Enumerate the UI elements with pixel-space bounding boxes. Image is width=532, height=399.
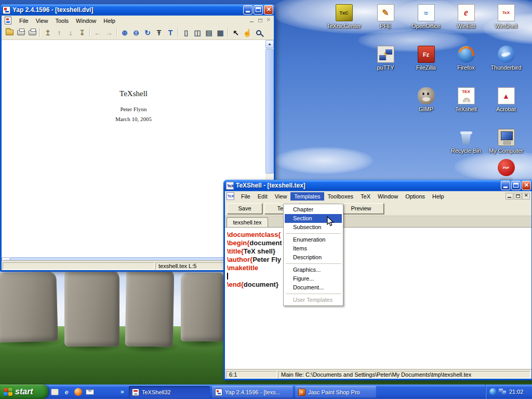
show-desktop-icon[interactable] <box>51 389 59 395</box>
open-icon[interactable] <box>4 27 15 38</box>
text-ruler-icon[interactable]: Ŧ <box>153 27 165 38</box>
templates-item-graphics[interactable]: Graphics... <box>285 265 342 274</box>
yap-mdi-buttons <box>247 17 272 24</box>
yap-titlebar[interactable]: Yap 2.4.1596 - [texshell.dvi] <box>0 4 275 16</box>
texshell-close-button[interactable] <box>522 181 531 190</box>
desktop-icon-my-computer[interactable]: My Computer <box>486 129 526 154</box>
yap-menu-tools[interactable]: Tools <box>51 17 72 25</box>
desktop-icon-openoffice[interactable]: ≈OpenOffice <box>406 4 446 29</box>
yap-menu-window[interactable]: Window <box>72 17 100 25</box>
single-page-icon[interactable]: ▯ <box>180 27 192 38</box>
texshell-minimize-button[interactable] <box>501 181 510 190</box>
taskbar-button-jasc-paint-shop-pro[interactable]: Jasc Paint Shop Pro <box>295 386 376 398</box>
magnifier-tool-icon-glyph <box>256 30 261 35</box>
desktop-icon-winedt[interactable]: eWinEdt <box>446 4 486 29</box>
texshell-menu-window[interactable]: Window <box>374 192 402 201</box>
zoom-in-icon[interactable]: ⊕ <box>119 27 130 38</box>
texshell-menu-help[interactable]: Help <box>429 192 448 201</box>
mdi-minimize-button[interactable] <box>506 193 513 200</box>
desktop-icon-thunderbird[interactable]: Thunderbird <box>486 46 526 71</box>
yap-close-button[interactable] <box>264 5 273 15</box>
text-mode-icon[interactable]: T <box>165 27 176 38</box>
continuous-facing-icon[interactable]: ▦ <box>215 27 226 38</box>
quick-launch-overflow-chevron[interactable]: » <box>121 388 124 395</box>
magnifier-tool-icon[interactable] <box>253 27 264 38</box>
desktop-icon-filezilla[interactable]: FzFileZilla <box>406 46 446 71</box>
templates-item-description[interactable]: Description <box>285 253 342 262</box>
templates-item-items[interactable]: Items <box>285 244 342 253</box>
texshell-menu-view[interactable]: View <box>271 192 291 201</box>
texshell-menu-templates[interactable]: Templates <box>290 192 324 201</box>
minimize-icon <box>503 187 508 188</box>
tab-texshell-tex[interactable]: texshell.tex <box>227 217 268 227</box>
yap-maximize-button[interactable] <box>254 5 263 15</box>
forward-icon[interactable]: → <box>103 27 115 38</box>
yap-minimize-button[interactable] <box>243 5 252 15</box>
templates-item-document[interactable]: Document... <box>285 283 342 292</box>
desktop-icon-recycle-bin[interactable]: Recycle Bin <box>446 129 486 154</box>
templates-item-enumeration[interactable]: Enumeration <box>285 235 342 244</box>
hand-tool-icon[interactable]: ☝ <box>242 27 253 38</box>
texshell-menu-file[interactable]: File <box>237 192 254 201</box>
select-tool-icon[interactable]: ↖ <box>230 27 242 38</box>
mdi-minimize-button[interactable] <box>248 17 256 24</box>
print-setup-icon-glyph <box>29 30 36 35</box>
texshell-menu-edit[interactable]: Edit <box>254 192 271 201</box>
first-page-icon[interactable]: ↥ <box>42 27 54 38</box>
cursor-position-panel: 6:1 <box>226 371 277 378</box>
next-page-icon[interactable]: ↓ <box>65 27 76 38</box>
templates-item-chapter[interactable]: Chapter <box>285 205 342 214</box>
desktop-icon-acrobat[interactable]: ▲Acrobat <box>486 87 526 112</box>
continuous-icon[interactable]: ▤ <box>203 27 215 38</box>
print-setup-icon[interactable] <box>26 27 38 38</box>
texshell-maximize-button[interactable] <box>511 181 521 190</box>
desktop-icon-pfe[interactable]: ✎PFE <box>366 4 405 29</box>
texshell-mdi-buttons <box>505 193 530 200</box>
yap-menu-view[interactable]: View <box>32 17 52 25</box>
taskbar-clock[interactable]: 21:02 <box>509 389 524 395</box>
network-icon[interactable] <box>499 389 507 395</box>
back-icon[interactable]: ← <box>92 27 103 38</box>
desktop-icon-label: puTTY <box>366 64 405 71</box>
templates-item-figure[interactable]: Figure... <box>285 274 342 283</box>
cloud <box>274 147 373 174</box>
scroll-up-button[interactable] <box>265 40 274 48</box>
desktop-icon-texniccenter[interactable]: TxCTeXnicCenter <box>324 4 364 29</box>
texshell-menu-toolboxes[interactable]: Toolboxes <box>324 192 357 201</box>
taskbar-button-texshell32[interactable]: TeXShell32 <box>129 386 210 398</box>
desktop-icon-putty[interactable]: ϟpuTTY <box>366 46 405 71</box>
update-icon[interactable] <box>489 388 497 395</box>
firefox-icon[interactable] <box>74 388 82 396</box>
zoom-out-icon[interactable]: ⊖ <box>130 27 142 38</box>
start-button[interactable]: start <box>0 384 48 399</box>
yap-menu-file[interactable]: File <box>16 17 32 25</box>
stonehenge-stone <box>181 273 224 341</box>
internet-explorer-icon[interactable]: e <box>62 388 71 396</box>
texshell-titlebar[interactable]: TeXShell - [texshell.tex] <box>223 180 532 191</box>
task-button-label: TeXShell32 <box>142 389 171 395</box>
taskbar-button-yap-2-4-1596-texs[interactable]: Yap 2.4.1596 - [texs... <box>212 386 293 398</box>
mdi-close-button[interactable] <box>264 17 272 24</box>
preview-button[interactable]: Preview <box>338 203 384 214</box>
desktop-icon-firefox[interactable]: Firefox <box>446 46 486 71</box>
mdi-restore-button[interactable] <box>514 193 522 200</box>
save-button[interactable]: Save <box>227 203 262 214</box>
mdi-close-button[interactable] <box>522 193 530 200</box>
last-page-icon[interactable]: ↧ <box>76 27 88 38</box>
prev-page-icon[interactable]: ↑ <box>54 27 65 38</box>
yap-menu-help[interactable]: Help <box>100 17 119 25</box>
facing-pages-icon[interactable]: ◫ <box>192 27 203 38</box>
mail-icon[interactable] <box>86 389 94 395</box>
desktop-icon-gimp[interactable]: GIMP <box>406 87 446 112</box>
desktop-icon-texshell[interactable]: TEXTeXshell <box>446 87 486 112</box>
texshell-editor[interactable]: \documentclass{\begin{document\title{TeX… <box>225 228 531 370</box>
back-icon-glyph: ← <box>94 29 101 36</box>
vertical-scrollbar-thumb[interactable] <box>265 49 274 174</box>
refresh-icon[interactable]: ↻ <box>142 27 153 38</box>
print-icon[interactable] <box>15 27 26 38</box>
texshell-menu-tex[interactable]: TeX <box>357 192 374 201</box>
texshell-menu-options[interactable]: Options <box>402 192 429 201</box>
hand-tool-icon-glyph: ☝ <box>243 29 251 36</box>
desktop-icon-winshell[interactable]: TeXWinShell <box>486 4 526 29</box>
mdi-restore-button[interactable] <box>256 17 264 24</box>
